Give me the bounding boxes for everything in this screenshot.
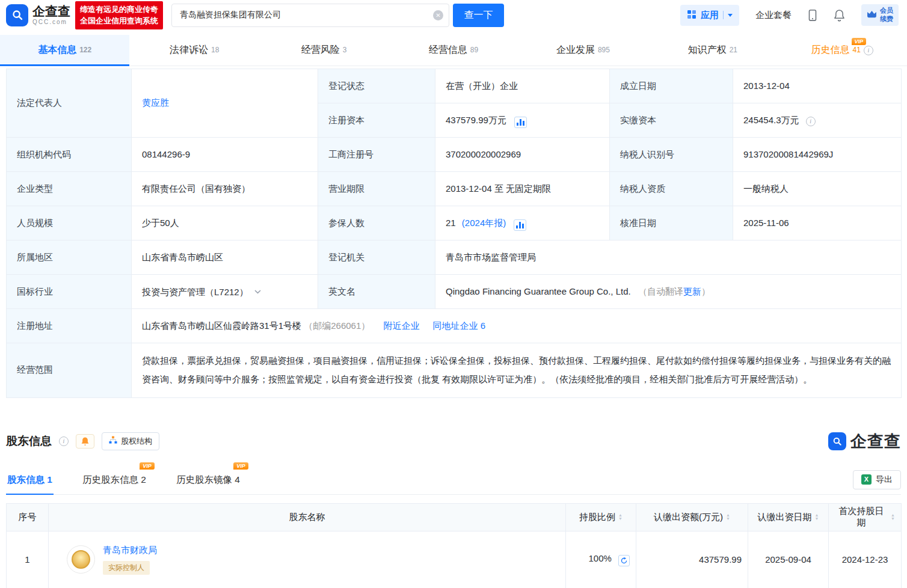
field-label-industry: 国标行业 xyxy=(7,275,132,309)
enterprise-package-link[interactable]: 企业套餐 xyxy=(755,10,792,21)
col-ratio[interactable]: 持股比例▲▼ xyxy=(566,503,636,531)
equity-structure-button[interactable]: 股权结构 xyxy=(102,432,159,450)
sort-icon[interactable]: ▲▼ xyxy=(891,513,895,521)
main-tab-bar: 基本信息 122 法律诉讼 18 经营风险 3 经营信息 89 企业发展 895… xyxy=(0,35,907,66)
col-subscribed-amount[interactable]: 认缴出资额(万元)▲▼ xyxy=(636,503,748,531)
table-row: 注册地址 山东省青岛市崂山区仙霞岭路31号1号楼 （邮编266061） 附近企业… xyxy=(7,309,902,343)
field-label-staff-size: 人员规模 xyxy=(7,206,132,240)
tab-basic-info[interactable]: 基本信息 122 xyxy=(0,35,129,66)
staff-size-value: 少于50人 xyxy=(132,206,318,240)
subtab-history-shareholders[interactable]: 历史股东信息 2 VIP xyxy=(81,470,147,494)
industry-value: 投资与资产管理（L7212） xyxy=(142,287,248,297)
shareholders-table-header: 序号 股东名称 持股比例▲▼ 认缴出资额(万元)▲▼ 认缴出资日期▲▼ 首次持股… xyxy=(7,503,902,531)
logo-name: 企查查 xyxy=(32,5,70,17)
translate-update-link[interactable]: 更新 xyxy=(683,286,701,296)
table-row: 国标行业 投资与资产管理（L7212） 英文名 Qingdao Financin… xyxy=(7,275,902,309)
field-label-biz-reg-no: 工商注册号 xyxy=(318,138,435,172)
clear-search-icon[interactable]: ✕ xyxy=(433,10,443,20)
subtab-count: 4 xyxy=(235,474,240,485)
sort-icon[interactable]: ▲▼ xyxy=(726,513,730,521)
tab-count: 122 xyxy=(79,46,91,54)
org-chart-icon xyxy=(109,436,117,446)
col-subscribed-date[interactable]: 认缴出资日期▲▼ xyxy=(748,503,829,531)
search-input[interactable] xyxy=(171,4,449,27)
sort-icon[interactable]: ▲▼ xyxy=(815,513,819,521)
shareholder-name-link[interactable]: 青岛市财政局 xyxy=(103,545,157,555)
national-emblem-icon xyxy=(72,550,90,569)
apps-menu-label: 应用 xyxy=(701,10,719,21)
field-label-reg-capital: 注册资本 xyxy=(318,103,435,138)
paid-capital-help-icon[interactable]: i xyxy=(806,117,816,126)
capital-trend-chart-icon[interactable] xyxy=(514,117,527,128)
field-label-reg-status: 登记状态 xyxy=(318,69,435,103)
slogan-banner: 缔造有远见的商业传奇 全国企业信用查询系统 xyxy=(75,1,163,29)
sort-icon[interactable]: ▲▼ xyxy=(618,513,623,521)
field-label-region: 所属地区 xyxy=(7,240,132,275)
tab-count: 89 xyxy=(470,46,478,54)
subtab-label: 股东信息 xyxy=(7,474,45,485)
reg-authority-value: 青岛市市场监督管理局 xyxy=(435,240,902,275)
field-label-en-name: 英文名 xyxy=(318,275,435,309)
shareholders-help-icon[interactable]: i xyxy=(59,436,69,446)
qcc-logo[interactable]: 企查查 QCC.com xyxy=(6,4,70,26)
excel-icon: X xyxy=(861,474,872,485)
field-label-address: 注册地址 xyxy=(7,309,132,343)
table-row: 组织机构代码 08144296-9 工商注册号 370200020002969 … xyxy=(7,138,902,172)
actual-controller-badge: 实际控制人 xyxy=(103,561,150,575)
subtab-history-shareholder-mirror[interactable]: 历史股东镜像 4 VIP xyxy=(175,470,241,494)
tab-label: 历史信息 xyxy=(811,44,850,57)
annual-report-link[interactable]: (2024年报) xyxy=(462,218,506,228)
table-row: 人员规模 少于50人 参保人数 21 (2024年报) 核准日期 2025-11… xyxy=(7,206,902,240)
qcc-logo-icon xyxy=(6,4,28,26)
tab-company-development[interactable]: 企业发展 895 xyxy=(518,35,648,66)
export-label: 导出 xyxy=(876,474,893,485)
top-header: 企查查 QCC.com 缔造有远见的商业传奇 全国企业信用查询系统 ✕ 查一下 … xyxy=(0,0,907,30)
member-renew-button[interactable]: 会员 续费 xyxy=(861,4,899,26)
mobile-app-icon[interactable] xyxy=(808,9,817,22)
shareholders-table: 序号 股东名称 持股比例▲▼ 认缴出资额(万元)▲▼ 认缴出资日期▲▼ 首次持股… xyxy=(6,503,902,588)
monitor-bell-button[interactable] xyxy=(76,434,94,449)
chevron-down-icon xyxy=(728,14,733,17)
paid-capital-value: 245454.3万元 xyxy=(743,115,799,125)
search-button[interactable]: 查一下 xyxy=(453,4,504,27)
tax-qual-value: 一般纳税人 xyxy=(733,172,902,206)
slogan-line-2: 全国企业信用查询系统 xyxy=(80,15,158,27)
tab-count: 41 xyxy=(853,46,861,54)
table-row: 1 青岛市财政局 实际控制人 100% 437579.99 2025-09-04… xyxy=(7,531,902,588)
field-label-approval-date: 核准日期 xyxy=(610,206,733,240)
apps-menu-button[interactable]: 应用 xyxy=(680,5,739,26)
field-label-scope: 经营范围 xyxy=(7,343,132,398)
tab-operation-info[interactable]: 经营信息 89 xyxy=(389,35,518,66)
notifications-bell-icon[interactable] xyxy=(834,9,845,22)
history-help-icon[interactable]: i xyxy=(864,46,873,55)
same-address-companies-link[interactable]: 同地址企业 6 xyxy=(433,320,486,331)
subtab-shareholders[interactable]: 股东信息 1 xyxy=(6,470,54,494)
nearby-companies-link[interactable]: 附近企业 xyxy=(383,320,419,331)
first-holding-date-value: 2024-12-23 xyxy=(829,531,902,588)
industry-expand-chevron-icon[interactable] xyxy=(254,286,261,296)
equity-penetration-icon[interactable] xyxy=(618,555,630,566)
field-label-company-type: 企业类型 xyxy=(7,172,132,206)
tab-label: 经营信息 xyxy=(429,44,467,57)
tab-history-info[interactable]: 历史信息 41 VIP i xyxy=(778,35,907,66)
col-first-holding-date[interactable]: 首次持股日期▲▼ xyxy=(829,503,902,531)
biz-term-value: 2013-12-04 至 无固定期限 xyxy=(435,172,610,206)
legal-rep-link[interactable]: 黄应胜 xyxy=(142,97,169,108)
table-row: 法定代表人 黄应胜 登记状态 在营（开业）企业 成立日期 2013-12-04 xyxy=(7,69,902,103)
insured-trend-chart-icon[interactable] xyxy=(514,219,526,231)
subtab-count: 1 xyxy=(47,474,52,485)
tab-legal-litigation[interactable]: 法律诉讼 18 xyxy=(129,35,259,66)
amount-value: 437579.99 xyxy=(636,531,748,588)
divider xyxy=(723,11,724,19)
company-type-value: 有限责任公司（国有独资） xyxy=(132,172,318,206)
tab-label: 知识产权 xyxy=(688,44,727,57)
export-button[interactable]: X 导出 xyxy=(853,470,901,489)
crown-icon xyxy=(867,10,877,20)
tab-operation-risk[interactable]: 经营风险 3 xyxy=(259,35,389,66)
field-label-tax-qual: 纳税人资质 xyxy=(610,172,733,206)
tab-intellectual-property[interactable]: 知识产权 21 xyxy=(648,35,777,66)
reg-status-value: 在营（开业）企业 xyxy=(435,69,610,103)
subtab-label: 历史股东信息 xyxy=(82,474,138,485)
field-label-tax-id: 纳税人识别号 xyxy=(610,138,733,172)
field-label-org-code: 组织机构代码 xyxy=(7,138,132,172)
